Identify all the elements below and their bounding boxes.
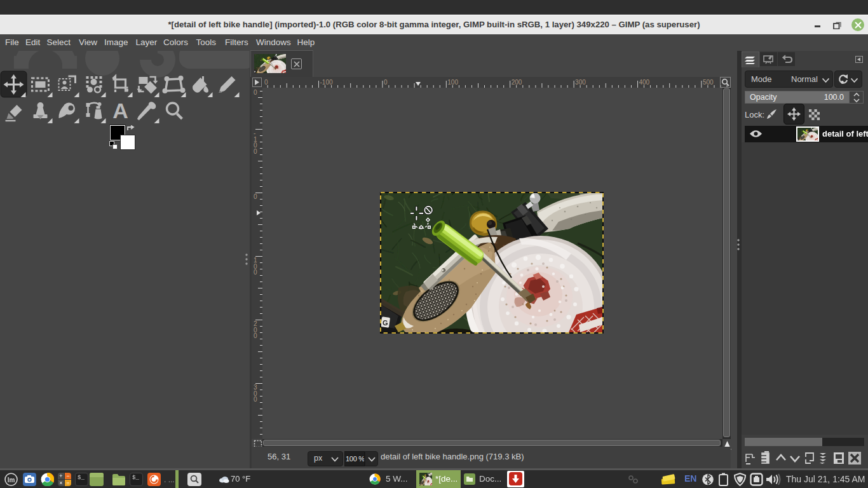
- svg-text:lm: lm: [8, 477, 15, 484]
